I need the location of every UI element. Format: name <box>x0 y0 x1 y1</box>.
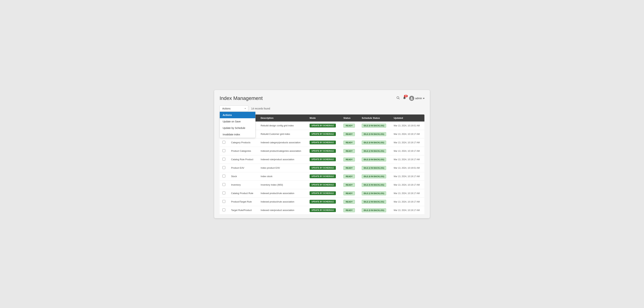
row-checkbox-cell <box>220 147 228 155</box>
row-mode: UPDATE BY SCHEDULE <box>307 198 340 206</box>
row-checkbox[interactable] <box>222 200 225 203</box>
row-index: Inventory <box>228 181 258 189</box>
row-index: Target Rule/Product <box>228 206 258 214</box>
mode-badge: UPDATE BY SCHEDULE <box>310 149 336 153</box>
mode-badge: UPDATE BY SCHEDULE <box>310 166 336 170</box>
table-row: Product/Target RuleIndexed product/rule … <box>220 198 424 206</box>
row-mode: UPDATE BY SCHEDULE <box>307 164 340 172</box>
row-schedule-status: IDLE (6 IN BACKLOG) <box>359 172 391 181</box>
table-row: InventoryInventory Index (MSI)UPDATE BY … <box>220 181 424 189</box>
dropdown-item-update-on-save[interactable]: Update on Save <box>220 118 255 125</box>
row-checkbox[interactable] <box>222 149 225 152</box>
row-description: Rebuild Customer grid index <box>258 130 307 138</box>
dropdown-item-update-by-schedule[interactable]: Update by Schedule <box>220 125 255 131</box>
row-status: READY <box>340 172 359 181</box>
row-mode: UPDATE BY SCHEDULE <box>307 172 340 181</box>
dropdown-menu: Actions Update on Save Update by Schedul… <box>220 112 256 138</box>
status-badge: READY <box>344 200 355 204</box>
row-checkbox[interactable] <box>222 192 225 194</box>
page-container: Index Management 39 ad <box>214 90 430 218</box>
row-mode: UPDATE BY SCHEDULE <box>307 121 340 130</box>
row-description: Indexed product/rule association <box>258 189 307 198</box>
table-row: StockIndex stockUPDATE BY SCHEDULEREADYI… <box>220 172 424 181</box>
row-schedule-status: IDLE (5 IN BACKLOG) <box>359 181 391 189</box>
schedule-status-badge: IDLE (0 IN BACKLOG) <box>362 208 386 212</box>
row-updated: Mar 13, 2024, 10:19:17 AM <box>391 130 424 138</box>
row-status: READY <box>340 155 359 164</box>
row-index: Product/Target Rule <box>228 198 258 206</box>
row-mode: UPDATE BY SCHEDULE <box>307 206 340 214</box>
actions-dropdown-wrapper: Actions ▾ Actions Update on Save Update … <box>220 105 248 112</box>
mode-badge: UPDATE BY SCHEDULE <box>310 200 336 204</box>
actions-dropdown-button[interactable]: Actions ▾ <box>220 105 248 112</box>
schedule-status-badge: IDLE (6 IN BACKLOG) <box>362 175 386 178</box>
row-status: READY <box>340 138 359 147</box>
row-mode: UPDATE BY SCHEDULE <box>307 189 340 198</box>
row-description: Index stock <box>258 172 307 181</box>
row-status: READY <box>340 189 359 198</box>
row-checkbox[interactable] <box>222 175 225 178</box>
status-badge: READY <box>344 208 355 212</box>
row-index: Catalog Product Rule <box>228 189 258 198</box>
row-index: Catalog Rule Product <box>228 155 258 164</box>
row-checkbox-cell <box>220 155 228 164</box>
svg-line-1 <box>399 98 400 99</box>
status-badge: READY <box>344 149 355 153</box>
row-status: READY <box>340 206 359 214</box>
dropdown-item-invalidate[interactable]: Invalidate index <box>220 131 255 138</box>
row-updated: Mar 13, 2024, 10:19:17 AM <box>391 155 424 164</box>
row-checkbox-cell <box>220 181 228 189</box>
row-description: Index product EAV <box>258 164 307 172</box>
schedule-status-badge: IDLE (5 IN BACKLOG) <box>362 183 386 187</box>
user-menu-button[interactable]: admin ▾ <box>409 96 424 101</box>
row-status: READY <box>340 121 359 130</box>
row-checkbox[interactable] <box>222 208 225 211</box>
row-index: Product Categories <box>228 147 258 155</box>
schedule-status-badge: IDLE (2 IN BACKLOG) <box>362 149 386 153</box>
row-checkbox-cell <box>220 189 228 198</box>
user-chevron-icon: ▾ <box>423 97 424 100</box>
mode-badge: UPDATE BY SCHEDULE <box>310 183 336 187</box>
row-checkbox[interactable] <box>222 158 225 161</box>
row-updated: Mar 13, 2024, 10:19:01 AM <box>391 164 424 172</box>
row-description: Indexed product/categories association <box>258 147 307 155</box>
row-updated: Mar 13, 2024, 10:19:01 AM <box>391 121 424 130</box>
status-badge: READY <box>344 191 355 195</box>
row-updated: Mar 13, 2024, 10:19:17 AM <box>391 189 424 198</box>
status-badge: READY <box>344 166 355 170</box>
table-row: Product EAVIndex product EAVUPDATE BY SC… <box>220 164 424 172</box>
row-checkbox[interactable] <box>222 183 225 186</box>
table-row: Category ProductsIndexed category/produc… <box>220 138 424 147</box>
row-updated: Mar 13, 2024, 10:19:17 AM <box>391 147 424 155</box>
row-description: Inventory Index (MSI) <box>258 181 307 189</box>
row-schedule-status: IDLE (0 IN BACKLOG) <box>359 121 391 130</box>
col-status: Status <box>340 114 359 121</box>
row-updated: Mar 13, 2024, 10:19:17 AM <box>391 172 424 181</box>
row-schedule-status: IDLE (2 IN BACKLOG) <box>359 164 391 172</box>
mode-badge: UPDATE BY SCHEDULE <box>310 132 336 136</box>
svg-point-0 <box>397 96 399 99</box>
row-updated: Mar 13, 2024, 10:19:17 AM <box>391 206 424 214</box>
dropdown-arrow-icon: ▾ <box>245 107 246 109</box>
row-index: Stock <box>228 172 258 181</box>
mode-badge: UPDATE BY SCHEDULE <box>310 191 336 195</box>
toolbar: Actions ▾ Actions Update on Save Update … <box>220 105 424 112</box>
row-description: Indexed rule/product association <box>258 206 307 214</box>
actions-label: Actions <box>222 107 230 110</box>
row-description: Indexed rule/product association <box>258 155 307 164</box>
row-index: Product EAV <box>228 164 258 172</box>
avatar <box>409 96 414 101</box>
page-title: Index Management <box>220 95 263 101</box>
dropdown-item-actions[interactable]: Actions <box>220 112 255 118</box>
schedule-status-badge: IDLE (0 IN BACKLOG) <box>362 124 386 128</box>
user-name: admin <box>415 97 422 100</box>
row-mode: UPDATE BY SCHEDULE <box>307 130 340 138</box>
row-status: READY <box>340 147 359 155</box>
notification-button[interactable]: 39 <box>403 96 406 100</box>
schedule-status-badge: IDLE (2 IN BACKLOG) <box>362 200 386 204</box>
mode-badge: UPDATE BY SCHEDULE <box>310 175 336 178</box>
search-button[interactable] <box>396 96 400 100</box>
row-checkbox[interactable] <box>222 141 225 144</box>
row-checkbox[interactable] <box>222 166 225 169</box>
header-actions: 39 admin ▾ <box>396 96 424 101</box>
